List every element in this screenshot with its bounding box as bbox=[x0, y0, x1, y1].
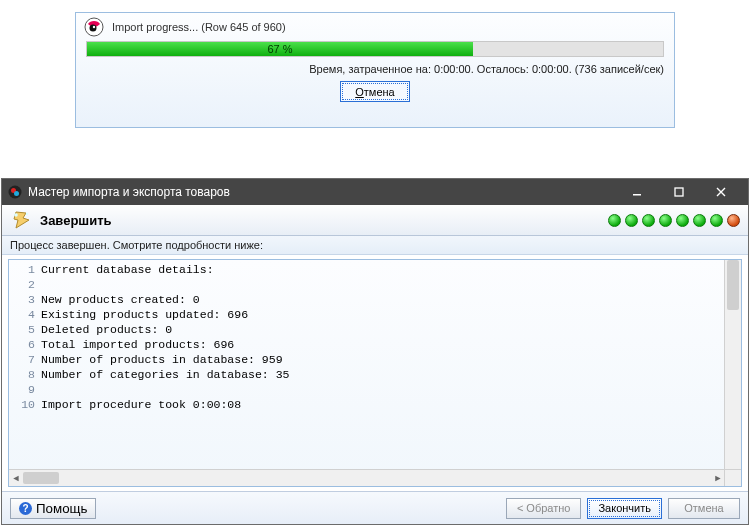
log-line-number: 2 bbox=[9, 277, 41, 292]
log-line-text: Current database details: bbox=[41, 262, 214, 277]
dialog-header: Import progress... (Row 645 of 960) bbox=[76, 13, 674, 41]
step-dot bbox=[659, 214, 672, 227]
log-line: 3New products created: 0 bbox=[9, 292, 725, 307]
horizontal-scrollbar[interactable]: ◄ ► bbox=[9, 469, 725, 486]
log-line-number: 10 bbox=[9, 397, 41, 412]
prestashop-icon bbox=[84, 17, 104, 37]
wizard-icon bbox=[10, 209, 32, 231]
process-caption: Процесс завершен. Смотрите подробности н… bbox=[2, 236, 748, 255]
log-line-number: 8 bbox=[9, 367, 41, 382]
import-progress-dialog: Import progress... (Row 645 of 960) 67 %… bbox=[75, 12, 675, 128]
log-line-text: Number of categories in database: 35 bbox=[41, 367, 289, 382]
log-line: 5Deleted products: 0 bbox=[9, 322, 725, 337]
step-dot bbox=[625, 214, 638, 227]
log-line-number: 9 bbox=[9, 382, 41, 397]
log-line: 8Number of categories in database: 35 bbox=[9, 367, 725, 382]
svg-rect-7 bbox=[675, 188, 683, 196]
scroll-right-arrow-icon[interactable]: ► bbox=[711, 470, 725, 486]
log-line: 9 bbox=[9, 382, 725, 397]
svg-point-1 bbox=[90, 25, 97, 32]
log-line-text: Existing products updated: 696 bbox=[41, 307, 248, 322]
log-line: 7Number of products in database: 959 bbox=[9, 352, 725, 367]
dialog-title: Import progress... (Row 645 of 960) bbox=[112, 21, 286, 33]
log-line: 4Existing products updated: 696 bbox=[9, 307, 725, 322]
step-indicators bbox=[608, 214, 740, 227]
progress-fill: 67 % bbox=[87, 42, 473, 56]
vertical-scrollbar[interactable] bbox=[724, 260, 741, 470]
step-dot bbox=[676, 214, 689, 227]
help-label: Помощь bbox=[36, 501, 87, 516]
log-line-text: New products created: 0 bbox=[41, 292, 200, 307]
cancel-button[interactable]: Отмена bbox=[340, 81, 410, 102]
minimize-button[interactable] bbox=[616, 179, 658, 205]
log-panel: 1Current database details:23New products… bbox=[8, 259, 742, 487]
log-line: 6Total imported products: 696 bbox=[9, 337, 725, 352]
titlebar: Мастер импорта и экспорта товаров bbox=[2, 179, 748, 205]
svg-point-8 bbox=[14, 213, 18, 217]
log-line: 10Import procedure took 0:00:08 bbox=[9, 397, 725, 412]
log-line: 1Current database details: bbox=[9, 262, 725, 277]
log-line-number: 3 bbox=[9, 292, 41, 307]
wizard-header: Завершить bbox=[2, 205, 748, 236]
wizard-step-title: Завершить bbox=[40, 213, 608, 228]
horizontal-scroll-thumb[interactable] bbox=[23, 472, 59, 484]
time-elapsed-text: Время, затраченное на: 0:00:00. Осталось… bbox=[86, 63, 664, 75]
progress-label: 67 % bbox=[87, 42, 473, 56]
wizard-footer: ? Помощь < Обратно Закончить Отмена bbox=[2, 491, 748, 524]
step-dot bbox=[608, 214, 621, 227]
app-icon bbox=[8, 185, 22, 199]
cancel-wizard-button: Отмена bbox=[668, 498, 740, 519]
log-line-number: 4 bbox=[9, 307, 41, 322]
maximize-button[interactable] bbox=[658, 179, 700, 205]
step-dot bbox=[710, 214, 723, 227]
back-button: < Обратно bbox=[506, 498, 582, 519]
finish-button[interactable]: Закончить bbox=[587, 498, 662, 519]
help-icon: ? bbox=[19, 502, 32, 515]
log-line: 2 bbox=[9, 277, 725, 292]
log-content: 1Current database details:23New products… bbox=[9, 260, 725, 470]
step-dot bbox=[642, 214, 655, 227]
log-line-number: 1 bbox=[9, 262, 41, 277]
log-line-text: Total imported products: 696 bbox=[41, 337, 234, 352]
log-line-number: 6 bbox=[9, 337, 41, 352]
help-button[interactable]: ? Помощь bbox=[10, 498, 96, 519]
wizard-window: Мастер импорта и экспорта товаров Заверш… bbox=[1, 178, 749, 525]
scroll-left-arrow-icon[interactable]: ◄ bbox=[9, 470, 23, 486]
log-line-text: Number of products in database: 959 bbox=[41, 352, 283, 367]
svg-point-5 bbox=[14, 191, 19, 196]
svg-point-2 bbox=[93, 26, 95, 28]
progress-bar: 67 % bbox=[86, 41, 664, 57]
log-line-text: Deleted products: 0 bbox=[41, 322, 172, 337]
svg-rect-6 bbox=[633, 194, 641, 196]
log-line-number: 5 bbox=[9, 322, 41, 337]
svg-point-9 bbox=[26, 213, 28, 215]
step-dot bbox=[693, 214, 706, 227]
vertical-scroll-thumb[interactable] bbox=[727, 260, 739, 310]
scroll-corner bbox=[724, 469, 741, 486]
close-button[interactable] bbox=[700, 179, 742, 205]
log-line-text: Import procedure took 0:00:08 bbox=[41, 397, 241, 412]
window-title: Мастер импорта и экспорта товаров bbox=[28, 185, 616, 199]
log-line-number: 7 bbox=[9, 352, 41, 367]
step-dot-current bbox=[727, 214, 740, 227]
